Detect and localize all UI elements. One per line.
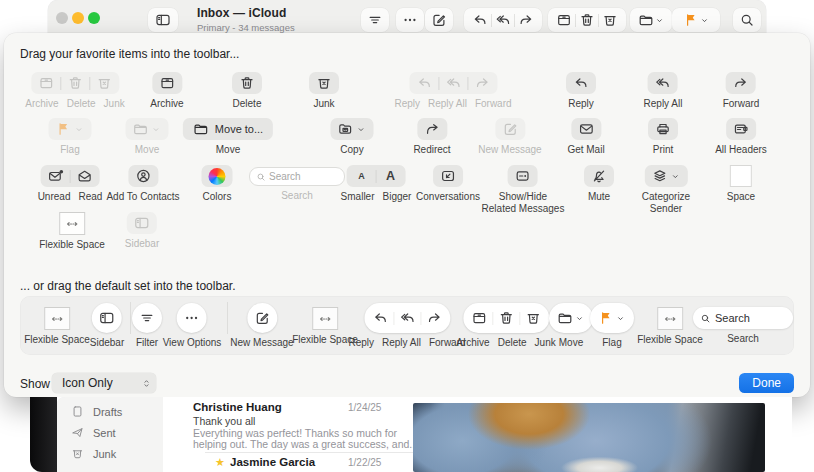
search-icon <box>700 313 711 324</box>
item-label: Sidebar <box>90 337 124 348</box>
palette-item-all-headers[interactable]: All Headers <box>715 118 767 156</box>
default-item-flexible-space[interactable]: Flexible Space <box>24 307 90 345</box>
close-window-button[interactable] <box>56 12 68 24</box>
palette-item-move[interactable]: Move <box>126 118 169 156</box>
palette-item-junk[interactable]: Junk <box>309 72 339 110</box>
compose-icon <box>431 12 447 28</box>
item-label: Search <box>727 333 759 344</box>
toolbar-flag-button[interactable] <box>672 8 720 32</box>
flag-icon <box>598 310 614 326</box>
minimize-window-button[interactable] <box>72 12 84 24</box>
palette-item-search[interactable]: SearchSearch <box>249 165 345 202</box>
conversations-icon <box>440 168 456 184</box>
sidebar-item-label: Junk <box>93 448 116 460</box>
sidebar-icon <box>99 310 115 326</box>
palette-group-unread-read[interactable]: UnreadRead <box>38 165 103 202</box>
abig-icon: A <box>383 168 399 184</box>
compose-icon <box>254 310 270 326</box>
palette-item-new-message[interactable]: New Message <box>478 118 541 156</box>
palette-item-archive[interactable]: Archive <box>150 72 183 110</box>
toolbar-reply-group-button[interactable] <box>464 8 542 32</box>
palette-item-conversations[interactable]: Conversations <box>416 165 480 203</box>
palette-item-copy[interactable]: Copy <box>331 118 374 156</box>
palette-item-add-to-contacts[interactable]: Add To Contacts <box>106 165 179 203</box>
search-field[interactable]: Search <box>693 307 793 329</box>
flexible-space-icon <box>317 311 333 327</box>
palette-group-smaller-bigger[interactable]: AASmallerBigger <box>341 165 412 202</box>
item-label: Conversations <box>416 191 480 203</box>
palette-item-redirect[interactable]: Redirect <box>413 118 450 156</box>
palette-item-reply-all[interactable]: Reply All <box>644 72 683 110</box>
palette-item-delete[interactable]: Delete <box>232 72 262 110</box>
item-label: Move <box>216 144 240 156</box>
default-item-view-options[interactable]: View Options <box>163 303 222 348</box>
palette-item-reply[interactable]: Reply <box>566 72 596 110</box>
palette-item-space[interactable]: Space <box>727 165 755 203</box>
item-label: Categorize Sender <box>642 191 690 215</box>
palette-group-reply-reply-all-forward[interactable]: ReplyReply AllForward <box>394 72 511 109</box>
reply-icon <box>472 12 488 28</box>
palette-item-print[interactable]: Print <box>648 118 678 156</box>
palette-item-flag[interactable]: Flag <box>49 118 92 156</box>
redirect-icon <box>424 121 440 137</box>
mute-icon <box>591 168 607 184</box>
item-label: Archive <box>456 337 489 348</box>
default-item-move[interactable]: Move <box>549 303 593 348</box>
sidebar-item-label: Drafts <box>93 406 122 418</box>
toolbar-compose-button[interactable] <box>425 8 453 32</box>
default-item-search[interactable]: SearchSearch <box>693 307 793 344</box>
palette-item-categorize-sender[interactable]: Categorize Sender <box>642 165 690 215</box>
item-label: Archive <box>150 98 183 110</box>
toolbar-mailbox-group-button[interactable] <box>548 8 626 32</box>
item-label: Junk <box>313 98 334 110</box>
palette-item-get-mail[interactable]: Get Mail <box>567 118 604 156</box>
palette-item-colors[interactable]: Colors <box>202 165 233 203</box>
default-item-filter[interactable]: Filter <box>132 303 162 348</box>
sidebar-item-sent[interactable]: Sent <box>57 422 163 443</box>
default-toolbar-set[interactable]: Flexible SpaceSidebarFilterView OptionsN… <box>20 296 794 355</box>
item-label: Reply <box>394 98 420 109</box>
toolbar-move-button[interactable] <box>630 8 672 32</box>
message-photo <box>413 403 765 472</box>
toolbar-filter-button[interactable] <box>361 8 389 32</box>
sidebar-item-junk[interactable]: Junk <box>57 443 163 464</box>
show-mode-select[interactable]: Icon Only <box>52 373 156 393</box>
default-group-archive-delete-junk[interactable]: ArchiveDeleteJunk <box>456 303 555 348</box>
palette-item-show-hide-related-messages[interactable]: Show/Hide Related Messages <box>482 165 565 215</box>
toolbar-search-button[interactable] <box>733 8 761 32</box>
palette-item-forward[interactable]: Forward <box>723 72 760 110</box>
chevron-icon <box>615 313 626 324</box>
palette-item-sidebar[interactable]: Sidebar <box>125 212 159 250</box>
space-icon <box>730 165 752 187</box>
item-label: Reply <box>568 98 594 110</box>
default-item-new-message[interactable]: New Message <box>230 303 293 348</box>
item-label: Delete <box>498 337 527 348</box>
chevron-icon <box>654 15 665 26</box>
sidebar-item-drafts[interactable]: Drafts <box>57 401 163 422</box>
palette-item-move-to[interactable]: Move to...Move <box>183 118 273 156</box>
item-label: Move <box>135 144 159 156</box>
done-button[interactable]: Done <box>739 373 794 393</box>
default-item-flag[interactable]: Flag <box>590 303 634 348</box>
default-group-reply-reply-all-forward[interactable]: ReplyReply AllForward <box>348 303 465 348</box>
window-title-block: Inbox — iCloud Primary - 34 messages <box>197 6 295 33</box>
palette-item-mute[interactable]: Mute <box>584 165 614 203</box>
junk-icon <box>71 447 84 460</box>
default-item-sidebar[interactable]: Sidebar <box>90 303 124 348</box>
toolbar-more-button[interactable] <box>396 8 424 32</box>
filter-icon <box>367 12 383 28</box>
sidebar-toggle-button[interactable] <box>148 8 178 32</box>
junk-icon <box>96 75 112 91</box>
palette-group-archive-delete-junk[interactable]: ArchiveDeleteJunk <box>25 72 124 109</box>
item-label: Flexible Space <box>24 334 90 345</box>
message-divider <box>205 452 435 453</box>
search-icon <box>256 172 266 182</box>
zoom-window-button[interactable] <box>88 12 100 24</box>
replyall-icon <box>445 75 461 91</box>
item-label: Reply All <box>644 98 683 110</box>
default-set-instruction-text: ... or drag the default set into the too… <box>20 279 235 293</box>
search-field[interactable]: Search <box>249 167 345 186</box>
svg-text:A: A <box>386 169 395 183</box>
palette-item-flexible-space[interactable]: Flexible Space <box>39 212 105 251</box>
delete-icon <box>498 310 514 326</box>
